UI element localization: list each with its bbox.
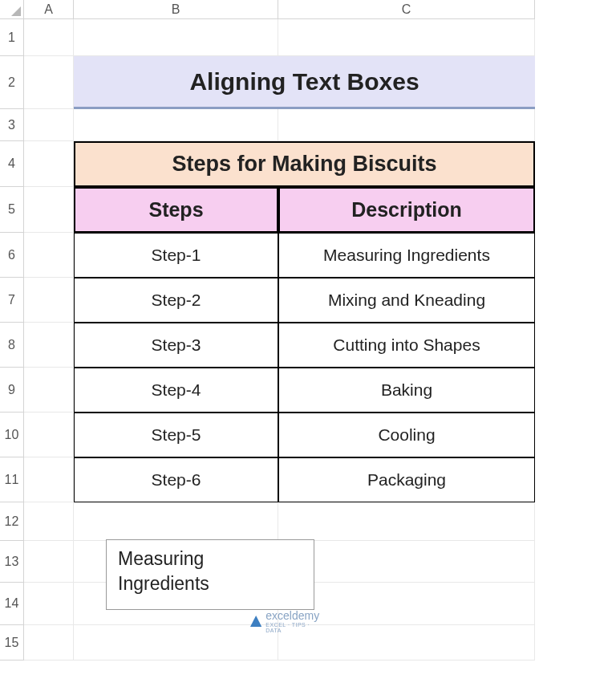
cell[interactable]	[24, 109, 74, 141]
spreadsheet: ABC 123456789101112131415 Aligning Text …	[0, 0, 616, 691]
cell[interactable]	[24, 233, 74, 278]
row-header-15[interactable]: 15	[0, 625, 24, 661]
cell[interactable]	[24, 457, 74, 502]
cell[interactable]	[74, 109, 278, 141]
cell[interactable]	[24, 583, 74, 625]
table-header-1: Description	[278, 187, 535, 233]
cell[interactable]	[24, 323, 74, 368]
watermark-text: exceldemyEXCEL · TIPS · DATA	[265, 609, 321, 633]
cell[interactable]	[24, 141, 74, 187]
column-header-A[interactable]: A	[24, 0, 74, 19]
row-header-3[interactable]: 3	[0, 109, 24, 141]
row-header-13[interactable]: 13	[0, 541, 24, 583]
cell[interactable]	[278, 109, 535, 141]
table-cell[interactable]: Step-5	[74, 413, 278, 457]
cell[interactable]	[24, 502, 74, 541]
table-cell[interactable]: Step-4	[74, 368, 278, 413]
row-header-2[interactable]: 2	[0, 56, 24, 109]
cell[interactable]	[278, 541, 535, 583]
row-header-10[interactable]: 10	[0, 413, 24, 457]
cell[interactable]	[24, 413, 74, 457]
cell[interactable]	[24, 541, 74, 583]
cell[interactable]	[278, 502, 535, 541]
title-banner: Aligning Text Boxes	[74, 56, 535, 109]
cell[interactable]	[24, 19, 74, 56]
cell[interactable]	[74, 19, 278, 56]
table-header-0: Steps	[74, 187, 278, 233]
row-header-8[interactable]: 8	[0, 323, 24, 368]
row-header-14[interactable]: 14	[0, 583, 24, 625]
text-box[interactable]: MeasuringIngredients	[106, 539, 314, 610]
text-box-line: Ingredients	[118, 571, 302, 596]
cell[interactable]	[24, 368, 74, 413]
table-cell[interactable]: Baking	[278, 368, 535, 413]
table-cell[interactable]: Step-6	[74, 457, 278, 502]
row-header-9[interactable]: 9	[0, 368, 24, 413]
table-cell[interactable]: Step-1	[74, 233, 278, 278]
cell[interactable]	[74, 625, 278, 661]
table-cell[interactable]: Step-2	[74, 278, 278, 323]
watermark: exceldemyEXCEL · TIPS · DATA	[250, 609, 321, 633]
select-all-corner[interactable]	[0, 0, 24, 19]
cell[interactable]	[74, 502, 278, 541]
row-header-4[interactable]: 4	[0, 141, 24, 187]
table-cell[interactable]: Cutting into Shapes	[278, 323, 535, 368]
table-cell[interactable]: Packaging	[278, 457, 535, 502]
row-header-11[interactable]: 11	[0, 457, 24, 502]
row-headers: 123456789101112131415	[0, 19, 24, 661]
row-header-6[interactable]: 6	[0, 233, 24, 278]
column-header-B[interactable]: B	[74, 0, 278, 19]
row-header-12[interactable]: 12	[0, 502, 24, 541]
table-cell[interactable]: Measuring Ingredients	[278, 233, 535, 278]
excel-icon	[250, 616, 261, 627]
column-headers: ABC	[24, 0, 535, 19]
cell[interactable]	[24, 56, 74, 109]
row-header-7[interactable]: 7	[0, 278, 24, 323]
cell[interactable]	[24, 187, 74, 233]
table-cell[interactable]: Mixing and Kneading	[278, 278, 535, 323]
row-header-1[interactable]: 1	[0, 19, 24, 56]
table-title: Steps for Making Biscuits	[74, 141, 535, 187]
table-cell[interactable]: Cooling	[278, 413, 535, 457]
cell[interactable]	[24, 278, 74, 323]
cell[interactable]	[24, 625, 74, 661]
cell[interactable]	[278, 19, 535, 56]
table-cell[interactable]: Step-3	[74, 323, 278, 368]
row-header-5[interactable]: 5	[0, 187, 24, 233]
text-box-line: Measuring	[118, 547, 302, 571]
column-header-C[interactable]: C	[278, 0, 535, 19]
